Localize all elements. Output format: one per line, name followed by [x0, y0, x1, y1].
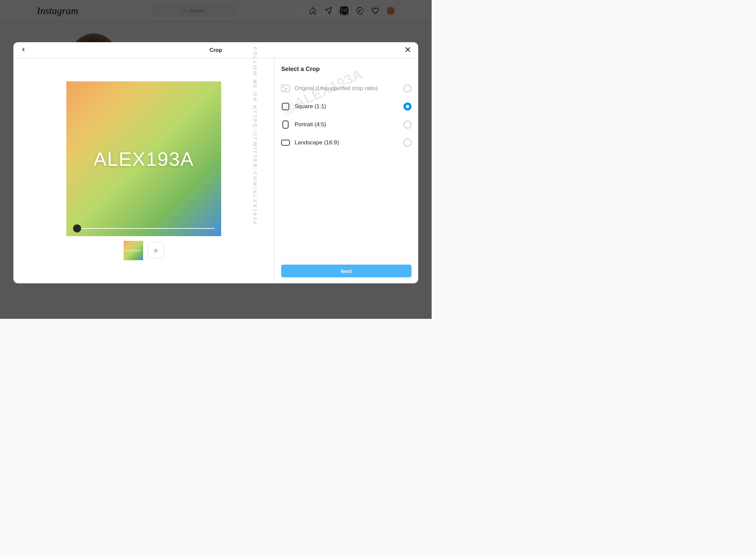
add-image-button[interactable]: +	[148, 243, 164, 259]
crop-option-landscape[interactable]: Landscape (16:9)	[281, 134, 411, 152]
back-button[interactable]	[19, 45, 28, 55]
sidebar-footer: Next	[275, 258, 418, 283]
watermark-top: @ALEX193A	[295, 5, 367, 18]
radio-button[interactable]	[404, 120, 411, 129]
crop-preview[interactable]: ALEX193A	[66, 82, 221, 236]
close-button[interactable]	[403, 45, 413, 56]
modal-body: ALEX193A ALEX193A + Select a Crop	[14, 58, 418, 283]
crop-sidebar: Select a Crop Original (Unsupported crop…	[274, 58, 418, 283]
next-button[interactable]: Next	[281, 265, 411, 277]
crop-option-portrait[interactable]: Portrait (4:5)	[281, 115, 411, 134]
chevron-left-icon	[20, 46, 27, 53]
zoom-slider-thumb[interactable]	[73, 224, 81, 232]
portrait-ratio-icon	[281, 120, 290, 129]
crop-option-label: Portrait (4:5)	[295, 121, 399, 128]
watermark-side: FOLLOW ME ON HTTPS://TWITTER.COM/ALEX193…	[252, 47, 258, 226]
radio-button[interactable]	[404, 103, 411, 111]
close-icon	[404, 46, 411, 53]
zoom-slider[interactable]	[73, 228, 214, 229]
preview-overlay-text: ALEX193A	[93, 148, 194, 170]
image-thumbnail[interactable]: ALEX193A	[124, 241, 143, 260]
plus-icon: +	[153, 246, 158, 256]
original-ratio-icon	[281, 84, 290, 93]
thumbnails-row: ALEX193A +	[124, 241, 164, 260]
radio-button	[404, 84, 411, 92]
crop-option-label: Landscape (16:9)	[295, 139, 399, 146]
modal-title: Crop	[210, 47, 222, 53]
modal-header: Crop	[14, 42, 418, 58]
landscape-ratio-icon	[281, 138, 290, 147]
radio-button[interactable]	[404, 139, 411, 147]
preview-area: ALEX193A ALEX193A +	[14, 58, 274, 283]
